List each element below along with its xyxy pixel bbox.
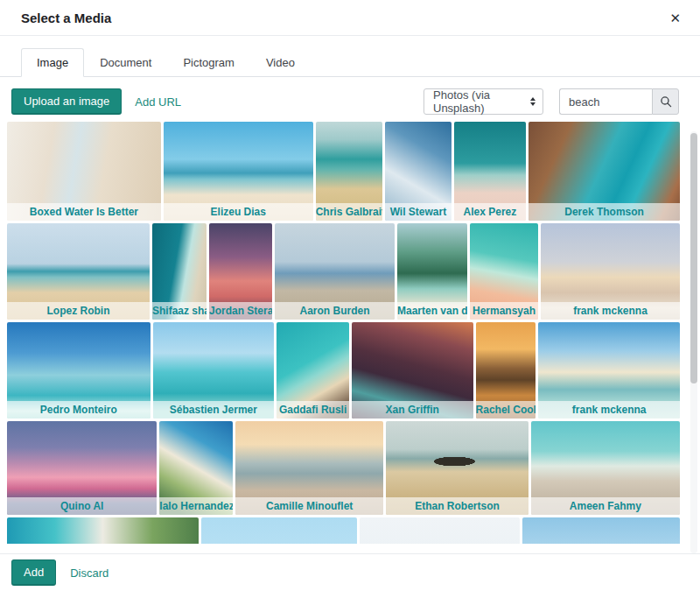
photographer-attribution[interactable]: Gaddafi Rusli: [276, 401, 349, 419]
photographer-attribution[interactable]: Alex Perez: [454, 203, 526, 221]
photographer-attribution[interactable]: Hermansyah: [470, 302, 538, 320]
media-grid-row: Boxed Water Is BetterElizeu DiasChris Ga…: [7, 122, 680, 221]
media-tile[interactable]: Quino Al: [7, 421, 157, 515]
media-tile[interactable]: Elizeu Dias: [164, 122, 313, 221]
close-button[interactable]: ✕: [664, 10, 686, 26]
tab-pictogram[interactable]: Pictogram: [167, 48, 250, 77]
photographer-attribution[interactable]: Derek Thomson: [528, 203, 680, 221]
photographer-attribution[interactable]: Rachel Cook: [476, 401, 536, 419]
media-tile[interactable]: Wil Stewart: [385, 122, 452, 221]
search-button[interactable]: [652, 88, 679, 115]
media-tile[interactable]: Maarten van den H...: [397, 223, 467, 320]
media-tile[interactable]: [201, 517, 357, 544]
discard-link[interactable]: Discard: [70, 566, 108, 580]
photographer-attribution[interactable]: Maarten van den H...: [397, 302, 467, 320]
dialog-footer: Add Discard: [0, 553, 700, 591]
media-tile[interactable]: Pedro Monteiro: [7, 322, 150, 419]
media-grid-row: [7, 517, 680, 544]
media-tile[interactable]: frank mckenna: [541, 223, 680, 320]
media-tile[interactable]: Camille Minouflet: [235, 421, 383, 515]
media-tile[interactable]: Ameen Fahmy: [531, 421, 680, 515]
photographer-attribution[interactable]: Sébastien Jermer: [153, 401, 275, 419]
search-input[interactable]: [559, 88, 652, 115]
media-tile[interactable]: Lopez Robin: [7, 223, 150, 320]
media-grid-row: Pedro MonteiroSébastien JermerGaddafi Ru…: [7, 322, 680, 419]
media-source-select[interactable]: Photos (via Unsplash): [424, 88, 543, 115]
select-updown-icon: [530, 97, 536, 106]
add-button[interactable]: Add: [11, 559, 56, 586]
photographer-attribution[interactable]: Elizeu Dias: [164, 203, 313, 221]
photographer-attribution[interactable]: Boxed Water Is Better: [7, 203, 161, 221]
add-url-link[interactable]: Add URL: [135, 95, 181, 109]
tab-bar: ImageDocumentPictogramVideo: [0, 36, 700, 77]
tab-document[interactable]: Document: [84, 48, 167, 77]
photographer-attribution[interactable]: Chris Galbraith: [316, 203, 383, 221]
photographer-attribution[interactable]: Camille Minouflet: [235, 497, 383, 515]
media-tile[interactable]: Rachel Cook: [476, 322, 536, 419]
photographer-attribution[interactable]: Shifaaz sham...: [152, 302, 206, 320]
photographer-attribution[interactable]: Pedro Monteiro: [7, 401, 150, 419]
media-tile[interactable]: [360, 517, 519, 544]
media-tile[interactable]: Derek Thomson: [528, 122, 680, 221]
dialog-title: Select a Media: [21, 11, 111, 25]
photographer-attribution[interactable]: Wil Stewart: [385, 203, 452, 221]
media-tile[interactable]: Shifaaz sham...: [152, 223, 206, 320]
upload-image-button[interactable]: Upload an image: [11, 88, 122, 115]
media-tile[interactable]: Gaddafi Rusli: [276, 322, 349, 419]
tab-image[interactable]: Image: [21, 48, 84, 77]
media-source-select-value: Photos (via Unsplash): [433, 88, 530, 115]
photographer-attribution[interactable]: frank mckenna: [538, 401, 680, 419]
media-grid: Boxed Water Is BetterElizeu DiasChris Ga…: [7, 122, 680, 544]
photographer-attribution[interactable]: Aaron Burden: [275, 302, 395, 320]
toolbar: Upload an image Add URL Photos (via Unsp…: [0, 77, 700, 122]
media-tile[interactable]: [522, 517, 680, 544]
tab-video[interactable]: Video: [250, 48, 311, 77]
scrollbar-thumb[interactable]: [690, 133, 697, 383]
media-tile[interactable]: Jordan Steranka: [209, 223, 272, 320]
media-tile[interactable]: Aaron Burden: [275, 223, 395, 320]
toolbar-left: Upload an image Add URL: [11, 88, 181, 115]
photographer-attribution[interactable]: Ethan Robertson: [386, 497, 528, 515]
media-tile[interactable]: Alex Perez: [454, 122, 526, 221]
select-media-dialog: Select a Media ✕ ImageDocumentPictogramV…: [0, 0, 700, 591]
media-tile[interactable]: Xan Griffin: [352, 322, 473, 419]
media-tile[interactable]: Chris Galbraith: [316, 122, 383, 221]
media-tile[interactable]: Ialo Hernandez: [159, 421, 233, 515]
photographer-attribution[interactable]: Ialo Hernandez: [159, 497, 233, 515]
media-tile[interactable]: frank mckenna: [538, 322, 680, 419]
photographer-attribution[interactable]: Jordan Steranka: [209, 302, 272, 320]
photographer-attribution[interactable]: Lopez Robin: [7, 302, 150, 320]
media-tile[interactable]: Boxed Water Is Better: [7, 122, 161, 221]
scrollbar-track: [690, 131, 697, 553]
photographer-attribution[interactable]: Quino Al: [7, 497, 157, 515]
media-tile[interactable]: Sébastien Jermer: [153, 322, 275, 419]
media-tile[interactable]: Hermansyah: [470, 223, 538, 320]
media-tile[interactable]: Ethan Robertson: [386, 421, 528, 515]
search-icon: [660, 95, 672, 108]
search-group: [559, 88, 679, 115]
photographer-attribution[interactable]: frank mckenna: [541, 302, 680, 320]
toolbar-right: Photos (via Unsplash): [424, 88, 679, 115]
dialog-header: Select a Media ✕: [0, 0, 700, 36]
media-grid-row: Lopez RobinShifaaz sham...Jordan Sterank…: [7, 223, 680, 320]
media-grid-row: Quino AlIalo HernandezCamille MinoufletE…: [7, 421, 680, 515]
close-icon: ✕: [669, 11, 681, 25]
photographer-attribution[interactable]: Ameen Fahmy: [531, 497, 680, 515]
media-tile[interactable]: [7, 517, 199, 544]
photographer-attribution[interactable]: Xan Griffin: [352, 401, 473, 419]
